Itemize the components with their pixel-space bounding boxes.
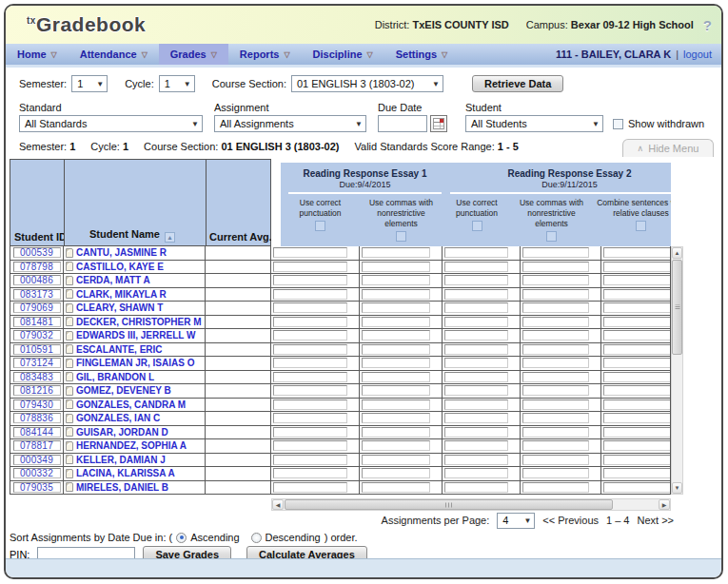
vertical-scroll-thumb[interactable] — [672, 260, 682, 355]
grade-input[interactable] — [603, 413, 671, 423]
nav-item-settings[interactable]: Settings▽ — [384, 44, 460, 65]
hide-menu-button[interactable]: ∧Hide Menu — [622, 139, 714, 157]
grade-input[interactable] — [603, 302, 671, 313]
student-note-icon[interactable] — [66, 414, 73, 423]
student-name-link[interactable]: KELLER, DAMIAN J — [76, 455, 166, 465]
help-icon[interactable]: ? — [703, 17, 712, 33]
student-note-icon[interactable] — [66, 262, 73, 271]
grade-input[interactable] — [522, 455, 589, 465]
student-note-icon[interactable] — [66, 276, 73, 285]
grade-input[interactable] — [522, 427, 589, 438]
grade-input[interactable] — [362, 413, 430, 423]
grade-input[interactable] — [362, 344, 430, 355]
nav-item-discipline[interactable]: Discipline▽ — [302, 44, 384, 65]
grade-input[interactable] — [273, 344, 347, 355]
student-note-icon[interactable] — [66, 469, 73, 478]
grade-input[interactable] — [444, 302, 508, 313]
scroll-right-icon[interactable]: ▶ — [659, 499, 670, 510]
grade-input[interactable] — [273, 427, 347, 438]
grade-input[interactable] — [603, 344, 671, 355]
descending-radio[interactable] — [251, 533, 262, 543]
grade-input[interactable] — [444, 344, 508, 355]
grade-input[interactable] — [522, 302, 589, 313]
vertical-scrollbar[interactable]: ▲ ▼ — [671, 246, 683, 495]
grade-input[interactable] — [522, 385, 589, 396]
cycle-select[interactable]: 1▼ — [159, 75, 195, 92]
grade-input[interactable] — [444, 413, 508, 423]
grade-input[interactable] — [522, 413, 589, 423]
calendar-icon[interactable] — [430, 115, 447, 132]
grade-input[interactable] — [362, 482, 430, 493]
grade-input[interactable] — [522, 275, 589, 285]
student-note-icon[interactable] — [66, 372, 73, 381]
grade-input[interactable] — [444, 275, 508, 285]
grade-input[interactable] — [603, 317, 671, 327]
grade-input[interactable] — [522, 247, 589, 258]
grade-input[interactable] — [522, 317, 589, 327]
student-name-link[interactable]: GUISAR, JORDAN D — [76, 427, 168, 438]
grade-input[interactable] — [444, 262, 508, 272]
grade-input[interactable] — [273, 385, 347, 396]
grade-input[interactable] — [362, 317, 430, 327]
student-note-icon[interactable] — [66, 399, 73, 409]
grade-input[interactable] — [603, 427, 671, 438]
grade-input[interactable] — [273, 413, 347, 423]
skill-select-checkbox[interactable] — [636, 221, 646, 231]
student-note-icon[interactable] — [66, 331, 73, 341]
student-note-icon[interactable] — [66, 317, 73, 326]
student-select[interactable]: All Students▼ — [465, 115, 603, 132]
next-page-link[interactable]: Next >> — [637, 515, 674, 526]
grade-input[interactable] — [273, 317, 347, 327]
grade-input[interactable] — [522, 262, 589, 272]
grade-input[interactable] — [362, 275, 430, 285]
grade-input[interactable] — [273, 302, 347, 313]
grade-input[interactable] — [603, 482, 671, 493]
grade-input[interactable] — [444, 330, 508, 341]
student-name-link[interactable]: EDWARDS III, JERRELL W — [76, 330, 195, 341]
student-note-icon[interactable] — [66, 386, 73, 396]
grade-input[interactable] — [362, 247, 430, 258]
grade-input[interactable] — [603, 330, 671, 341]
student-note-icon[interactable] — [66, 427, 73, 437]
column-header-student-name[interactable]: Student Name▴ — [64, 159, 206, 246]
grade-input[interactable] — [603, 385, 671, 396]
skill-select-checkbox[interactable] — [315, 221, 325, 231]
grade-input[interactable] — [273, 372, 347, 382]
column-header-student-id[interactable]: Student ID — [10, 159, 64, 246]
student-name-link[interactable]: CLARK, MIKAYLA R — [76, 289, 167, 300]
skill-select-checkbox[interactable] — [396, 231, 406, 242]
grade-input[interactable] — [522, 372, 589, 382]
grade-input[interactable] — [273, 399, 347, 410]
grade-input[interactable] — [362, 302, 430, 313]
scroll-left-icon[interactable]: ◀ — [272, 499, 284, 510]
grade-input[interactable] — [362, 358, 430, 368]
grade-input[interactable] — [273, 482, 347, 493]
student-name-link[interactable]: CLEARY, SHAWN T — [76, 302, 163, 313]
student-name-link[interactable]: FINGLEMAN JR, ISAIAS O — [76, 358, 194, 368]
student-name-link[interactable]: GOMEZ, DEVENEY B — [76, 385, 171, 396]
grade-input[interactable] — [444, 289, 508, 300]
grade-input[interactable] — [444, 399, 508, 410]
sort-ascending-icon[interactable]: ▴ — [165, 232, 175, 243]
grade-input[interactable] — [522, 440, 589, 451]
nav-item-home[interactable]: Home▽ — [6, 44, 69, 65]
course-section-select[interactable]: 01 ENGLISH 3 (1803-02)▼ — [291, 75, 443, 92]
semester-select[interactable]: 1▼ — [71, 75, 108, 92]
grade-input[interactable] — [362, 427, 430, 438]
retrieve-data-button[interactable]: Retrieve Data — [472, 75, 563, 92]
nav-item-attendance[interactable]: Attendance▽ — [69, 44, 159, 65]
grade-input[interactable] — [603, 372, 671, 382]
skill-select-checkbox[interactable] — [472, 221, 482, 231]
assignment-title[interactable]: Reading Response Essay 2 — [443, 168, 671, 179]
grade-input[interactable] — [444, 427, 508, 438]
student-note-icon[interactable] — [66, 441, 73, 451]
grade-input[interactable] — [362, 385, 430, 396]
standard-select[interactable]: All Standards▼ — [19, 115, 203, 132]
grade-input[interactable] — [603, 399, 671, 410]
show-withdrawn-checkbox[interactable] — [613, 119, 623, 129]
grade-input[interactable] — [444, 372, 508, 382]
grade-input[interactable] — [273, 358, 347, 368]
scroll-down-icon[interactable]: ▼ — [672, 482, 682, 494]
grade-input[interactable] — [603, 289, 671, 300]
grade-input[interactable] — [362, 455, 430, 465]
